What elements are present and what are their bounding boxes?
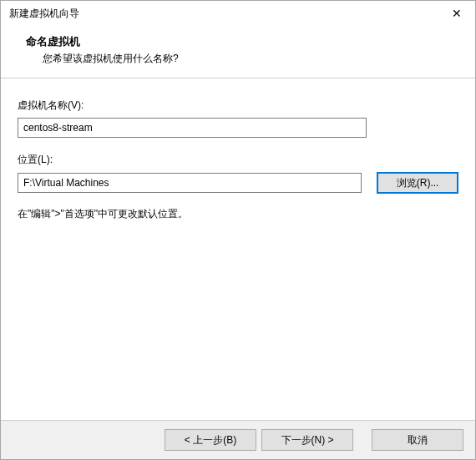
default-location-hint: 在"编辑">"首选项"中可更改默认位置。 <box>18 207 458 221</box>
titlebar: 新建虚拟机向导 ✕ <box>1 1 475 26</box>
wizard-footer: < 上一步(B) 下一步(N) > 取消 <box>1 420 475 459</box>
back-button[interactable]: < 上一步(B) <box>165 429 256 451</box>
close-icon: ✕ <box>452 7 462 20</box>
header-subtitle: 您希望该虚拟机使用什么名称? <box>14 52 462 66</box>
next-button-label: 下一步(N) > <box>281 433 334 447</box>
wizard-header: 命名虚拟机 您希望该虚拟机使用什么名称? <box>1 26 475 78</box>
next-button[interactable]: 下一步(N) > <box>261 429 353 451</box>
window-title: 新建虚拟机向导 <box>9 7 79 21</box>
wizard-content: 虚拟机名称(V): 位置(L): 浏览(R)... 在"编辑">"首选项"中可更… <box>1 78 475 420</box>
location-input[interactable] <box>18 173 362 193</box>
location-row: 浏览(R)... <box>18 172 458 194</box>
back-button-label: < 上一步(B) <box>185 433 236 447</box>
cancel-button[interactable]: 取消 <box>372 429 463 451</box>
cancel-button-label: 取消 <box>408 433 428 447</box>
wizard-window: 新建虚拟机向导 ✕ 命名虚拟机 您希望该虚拟机使用什么名称? 虚拟机名称(V):… <box>0 0 476 460</box>
vm-name-label: 虚拟机名称(V): <box>18 99 458 113</box>
browse-button-label: 浏览(R)... <box>397 176 439 190</box>
browse-button[interactable]: 浏览(R)... <box>377 172 458 194</box>
location-label: 位置(L): <box>18 153 458 167</box>
header-title: 命名虚拟机 <box>14 34 462 49</box>
close-button[interactable]: ✕ <box>438 1 475 26</box>
vm-name-input[interactable] <box>18 118 367 138</box>
